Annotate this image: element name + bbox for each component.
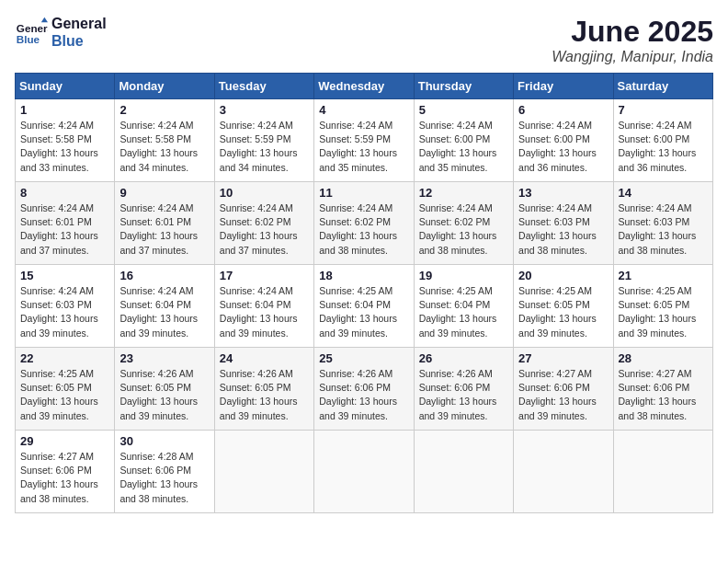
day-info: Sunrise: 4:25 AM Sunset: 6:05 PM Dayligh… [619, 284, 708, 340]
day-info: Sunrise: 4:27 AM Sunset: 6:06 PM Dayligh… [518, 367, 608, 423]
day-cell-27: 27 Sunrise: 4:27 AM Sunset: 6:06 PM Dayl… [514, 348, 613, 431]
header-tuesday: Tuesday [214, 74, 313, 99]
header-monday: Monday [115, 74, 214, 99]
day-info: Sunrise: 4:25 AM Sunset: 6:05 PM Dayligh… [518, 284, 608, 340]
day-info: Sunrise: 4:26 AM Sunset: 6:05 PM Dayligh… [220, 367, 309, 423]
day-number: 1 [20, 103, 109, 117]
day-info: Sunrise: 4:24 AM Sunset: 6:02 PM Dayligh… [220, 201, 309, 258]
day-number: 15 [20, 269, 109, 282]
day-info: Sunrise: 4:24 AM Sunset: 6:00 PM Dayligh… [419, 119, 508, 175]
week-row-1: 1 Sunrise: 4:24 AM Sunset: 5:58 PM Dayli… [16, 99, 713, 182]
day-number: 29 [20, 434, 109, 448]
day-number: 9 [119, 186, 209, 200]
day-info: Sunrise: 4:25 AM Sunset: 6:04 PM Dayligh… [319, 284, 408, 340]
day-cell-23: 23 Sunrise: 4:26 AM Sunset: 6:05 PM Dayl… [115, 348, 214, 431]
day-info: Sunrise: 4:27 AM Sunset: 6:06 PM Dayligh… [20, 450, 109, 506]
day-number: 14 [619, 186, 708, 200]
day-info: Sunrise: 4:24 AM Sunset: 6:04 PM Dayligh… [220, 284, 309, 340]
day-number: 11 [319, 186, 408, 200]
day-cell-11: 11 Sunrise: 4:24 AM Sunset: 6:02 PM Dayl… [314, 182, 414, 265]
day-info: Sunrise: 4:24 AM Sunset: 6:01 PM Dayligh… [20, 201, 109, 258]
empty-cell [414, 431, 513, 513]
day-number: 22 [20, 351, 109, 365]
day-number: 21 [619, 269, 708, 282]
day-number: 23 [119, 351, 209, 365]
day-info: Sunrise: 4:24 AM Sunset: 5:59 PM Dayligh… [319, 119, 408, 175]
day-info: Sunrise: 4:26 AM Sunset: 6:06 PM Dayligh… [419, 367, 508, 423]
day-info: Sunrise: 4:24 AM Sunset: 6:01 PM Dayligh… [119, 201, 209, 258]
day-cell-21: 21 Sunrise: 4:25 AM Sunset: 6:05 PM Dayl… [613, 265, 712, 348]
logo-icon: General Blue [15, 16, 48, 49]
logo-general: General [51, 15, 107, 32]
week-row-3: 15 Sunrise: 4:24 AM Sunset: 6:03 PM Dayl… [16, 265, 713, 348]
header-wednesday: Wednesday [314, 74, 414, 99]
day-number: 17 [220, 269, 309, 282]
header-row: Sunday Monday Tuesday Wednesday Thursday… [16, 74, 713, 99]
day-number: 10 [220, 186, 309, 200]
day-cell-17: 17 Sunrise: 4:24 AM Sunset: 6:04 PM Dayl… [214, 265, 313, 348]
logo: General Blue General Blue [15, 15, 107, 50]
header-sunday: Sunday [16, 74, 115, 99]
day-cell-4: 4 Sunrise: 4:24 AM Sunset: 5:59 PM Dayli… [314, 99, 414, 182]
day-cell-14: 14 Sunrise: 4:24 AM Sunset: 6:03 PM Dayl… [613, 182, 712, 265]
title-area: June 2025 Wangjing, Manipur, India [552, 15, 713, 65]
day-number: 6 [518, 103, 608, 117]
day-cell-1: 1 Sunrise: 4:24 AM Sunset: 5:58 PM Dayli… [16, 99, 115, 182]
month-title: June 2025 [552, 15, 713, 49]
day-info: Sunrise: 4:24 AM Sunset: 6:02 PM Dayligh… [319, 201, 408, 258]
header-saturday: Saturday [613, 74, 712, 99]
day-number: 30 [119, 434, 209, 448]
day-number: 19 [419, 269, 508, 282]
day-info: Sunrise: 4:25 AM Sunset: 6:05 PM Dayligh… [20, 367, 109, 423]
day-number: 26 [419, 351, 508, 365]
day-info: Sunrise: 4:27 AM Sunset: 6:06 PM Dayligh… [619, 367, 708, 423]
day-cell-20: 20 Sunrise: 4:25 AM Sunset: 6:05 PM Dayl… [514, 265, 613, 348]
logo-blue: Blue [51, 32, 107, 50]
day-cell-29: 29 Sunrise: 4:27 AM Sunset: 6:06 PM Dayl… [16, 431, 115, 513]
week-row-5: 29 Sunrise: 4:27 AM Sunset: 6:06 PM Dayl… [16, 431, 713, 513]
location-title: Wangjing, Manipur, India [552, 49, 713, 65]
empty-cell [214, 431, 313, 513]
day-cell-19: 19 Sunrise: 4:25 AM Sunset: 6:04 PM Dayl… [414, 265, 513, 348]
day-info: Sunrise: 4:24 AM Sunset: 5:58 PM Dayligh… [20, 119, 109, 175]
day-info: Sunrise: 4:24 AM Sunset: 6:03 PM Dayligh… [20, 284, 109, 340]
day-cell-28: 28 Sunrise: 4:27 AM Sunset: 6:06 PM Dayl… [613, 348, 712, 431]
day-number: 20 [518, 269, 608, 282]
day-cell-2: 2 Sunrise: 4:24 AM Sunset: 5:58 PM Dayli… [115, 99, 214, 182]
day-cell-13: 13 Sunrise: 4:24 AM Sunset: 6:03 PM Dayl… [514, 182, 613, 265]
week-row-4: 22 Sunrise: 4:25 AM Sunset: 6:05 PM Dayl… [16, 348, 713, 431]
day-number: 24 [220, 351, 309, 365]
day-number: 28 [619, 351, 708, 365]
header-thursday: Thursday [414, 74, 513, 99]
day-cell-7: 7 Sunrise: 4:24 AM Sunset: 6:00 PM Dayli… [613, 99, 712, 182]
day-cell-18: 18 Sunrise: 4:25 AM Sunset: 6:04 PM Dayl… [314, 265, 414, 348]
svg-marker-2 [41, 17, 48, 22]
day-cell-9: 9 Sunrise: 4:24 AM Sunset: 6:01 PM Dayli… [115, 182, 214, 265]
day-number: 5 [419, 103, 508, 117]
day-number: 18 [319, 269, 408, 282]
day-number: 27 [518, 351, 608, 365]
day-cell-24: 24 Sunrise: 4:26 AM Sunset: 6:05 PM Dayl… [214, 348, 313, 431]
day-info: Sunrise: 4:24 AM Sunset: 6:00 PM Dayligh… [619, 119, 708, 175]
day-cell-12: 12 Sunrise: 4:24 AM Sunset: 6:02 PM Dayl… [414, 182, 513, 265]
day-cell-22: 22 Sunrise: 4:25 AM Sunset: 6:05 PM Dayl… [16, 348, 115, 431]
day-info: Sunrise: 4:24 AM Sunset: 5:59 PM Dayligh… [220, 119, 309, 175]
day-number: 4 [319, 103, 408, 117]
day-cell-6: 6 Sunrise: 4:24 AM Sunset: 6:00 PM Dayli… [514, 99, 613, 182]
svg-text:Blue: Blue [17, 33, 40, 45]
day-info: Sunrise: 4:24 AM Sunset: 6:03 PM Dayligh… [619, 201, 708, 258]
empty-cell [514, 431, 613, 513]
day-number: 13 [518, 186, 608, 200]
day-info: Sunrise: 4:24 AM Sunset: 6:03 PM Dayligh… [518, 201, 608, 258]
day-number: 2 [119, 103, 209, 117]
calendar-table: Sunday Monday Tuesday Wednesday Thursday… [15, 73, 713, 513]
empty-cell [314, 431, 414, 513]
header: General Blue General Blue June 2025 Wang… [15, 15, 713, 65]
day-cell-30: 30 Sunrise: 4:28 AM Sunset: 6:06 PM Dayl… [115, 431, 214, 513]
day-cell-26: 26 Sunrise: 4:26 AM Sunset: 6:06 PM Dayl… [414, 348, 513, 431]
empty-cell [613, 431, 712, 513]
day-number: 3 [220, 103, 309, 117]
day-cell-5: 5 Sunrise: 4:24 AM Sunset: 6:00 PM Dayli… [414, 99, 513, 182]
day-info: Sunrise: 4:24 AM Sunset: 5:58 PM Dayligh… [119, 119, 209, 175]
day-number: 12 [419, 186, 508, 200]
